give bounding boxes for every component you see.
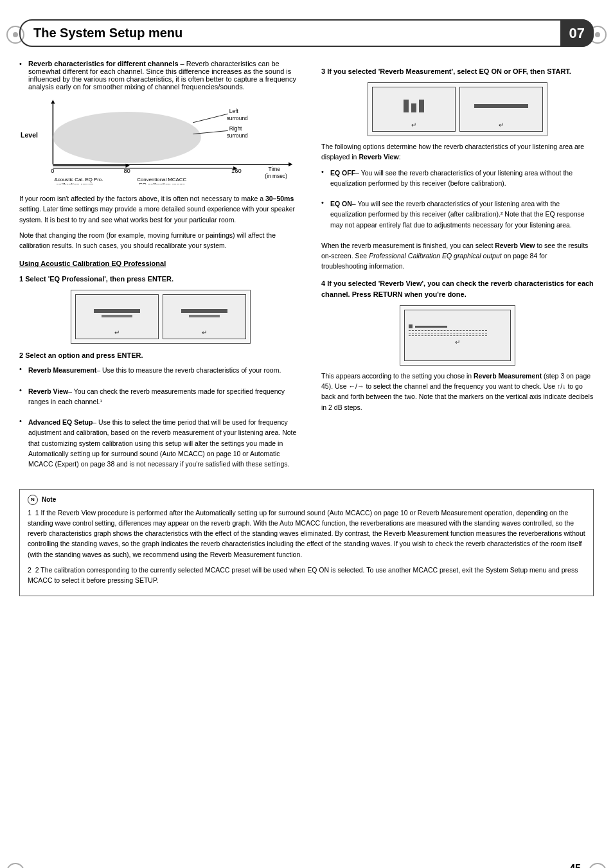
step1-panel-right: ↵ [163, 294, 246, 339]
svg-text:surround: surround [227, 132, 248, 139]
step1-panel-left: ↵ [75, 294, 159, 339]
page-header: The System Setup menu 07 [19, 19, 594, 47]
main-content: • Reverb characteristics for different c… [0, 60, 613, 480]
step3-arrow-right: ↵ [463, 121, 540, 128]
bullet-dot-eq-off: • [321, 168, 326, 194]
reverb-measurement-bullet: • Reverb Measurement– Use this to measur… [19, 365, 302, 380]
step4-bar-row1 [409, 324, 447, 328]
svg-text:calibration range: calibration range [57, 182, 94, 184]
page: The System Setup menu 07 • Reverb charac… [0, 19, 613, 868]
step1-heading: 1 Select 'EQ Professional', then press E… [19, 274, 302, 285]
reverb-measurement-text: Reverb Measurement– Use this to measure … [28, 365, 281, 375]
step3-bar-right [474, 104, 528, 108]
bullet-dot-3: • [19, 386, 24, 412]
step4-dashed1 [409, 330, 487, 331]
step4-lines [409, 324, 506, 336]
chapter-number: 07 [560, 19, 594, 47]
using-acoustic-heading: Using Acoustic Calibration EQ Profession… [19, 260, 302, 267]
reverb-characteristics-title: Reverb characteristics for different cha… [28, 60, 179, 67]
step3-para: The following options determine how the … [321, 141, 594, 163]
step3-bars-row [375, 100, 452, 112]
ui-bar-4 [189, 315, 220, 317]
step1-ui-box: ↵ ↵ [71, 290, 251, 344]
step3-heading: 3 If you selected 'Reverb Measurement', … [321, 66, 594, 77]
corner-decoration-bl [6, 863, 24, 868]
bullet-dot-4: • [19, 417, 24, 474]
step3-panel-right: ↵ [459, 87, 543, 132]
step4-dashed3 [409, 335, 487, 336]
footnote1: 1 1 If the Reverb View procedure is perf… [28, 508, 585, 560]
bullet-dot: • [19, 60, 24, 91]
svg-text:Left: Left [229, 108, 239, 114]
step1-panel-left-inner [78, 297, 155, 329]
ui-bar-3 [181, 309, 227, 313]
step1-arrow-right: ↵ [166, 329, 243, 336]
svg-point-10 [53, 112, 200, 163]
right-column: 3 If you selected 'Reverb Measurement', … [315, 60, 594, 480]
note-section: N Note 1 1 If the Reverb View procedure … [19, 489, 594, 597]
svg-text:Level: Level [21, 132, 38, 139]
step4-bar1 [415, 326, 447, 328]
note-label: Note [42, 495, 56, 504]
step4-arrow: ↵ [455, 339, 460, 346]
page-number: 45 [569, 863, 581, 868]
step3-bar-b [411, 103, 416, 112]
advanced-eq-setup-bullet: • Advanced EQ Setup– Use this to select … [19, 417, 302, 474]
reverb-graph-svg: Level 0 80 160 Time (in msec) Left surro… [19, 97, 302, 184]
step3-panel-left: ↵ [372, 87, 456, 132]
step2-heading: 2 Select an option and press ENTER. [19, 350, 302, 361]
footnote2: 2 2 The calibration corresponding to the… [28, 565, 585, 586]
note-icon: N [28, 495, 38, 505]
step1-panel-right-inner [166, 297, 243, 329]
eq-off-text: EQ OFF– You will see the reverb characte… [330, 168, 594, 189]
left-column: • Reverb characteristics for different c… [19, 60, 315, 480]
step3-bar-c [419, 100, 424, 112]
eq-off-bullet: • EQ OFF– You will see the reverb charac… [321, 168, 594, 194]
eq-on-text: EQ ON– You will see the reverb character… [330, 199, 594, 230]
page-title: The System Setup menu [33, 26, 182, 40]
svg-text:Right: Right [229, 125, 242, 132]
step2-bullets: • Reverb Measurement– Use this to measur… [19, 365, 302, 474]
svg-marker-2 [289, 163, 292, 166]
reverb-view-text: Reverb View– You can check the reverb me… [28, 386, 302, 407]
step4-para: This appears according to the setting yo… [321, 371, 594, 412]
reverb-characteristics-text: Reverb characteristics for different cha… [28, 60, 302, 91]
svg-text:surround: surround [227, 115, 248, 121]
ui-bar-1 [94, 309, 140, 313]
step4-dashed2 [409, 333, 487, 333]
svg-text:(in msec): (in msec) [265, 173, 287, 179]
step4-dot [409, 324, 413, 328]
svg-text:EQ calibration range: EQ calibration range [139, 182, 185, 184]
step3-bar-a [404, 100, 409, 112]
corner-decoration-br [589, 863, 607, 868]
step3-arrow-left: ↵ [375, 121, 452, 128]
svg-line-11 [193, 114, 227, 123]
step3-ui-box: ↵ ↵ [368, 82, 547, 136]
svg-text:Time: Time [269, 166, 281, 172]
step3-para2: When the reverb measurement is finished,… [321, 240, 594, 272]
step3-panel-right-inner [463, 90, 540, 121]
bullet-dot-eq-on: • [321, 199, 326, 235]
step3-panel-left-inner [375, 90, 452, 121]
step4-panel: ↵ [404, 310, 511, 361]
reverb-graph: Level 0 80 160 Time (in msec) Left surro… [19, 97, 302, 187]
reverb-view-bullet: • Reverb View– You can check the reverb … [19, 386, 302, 412]
svg-marker-3 [51, 100, 55, 103]
para1: If your room isn't affected by the facto… [19, 193, 302, 225]
bullet-dot-2: • [19, 365, 24, 380]
eq-on-bullet: • EQ ON– You will see the reverb charact… [321, 199, 594, 235]
para2: Note that changing the room (for example… [19, 230, 302, 251]
note-header: N Note [28, 495, 585, 505]
advanced-eq-setup-text: Advanced EQ Setup– Use this to select th… [28, 417, 302, 469]
reverb-view-label: Reverb View [359, 153, 398, 161]
step1-arrow-left: ↵ [78, 329, 155, 336]
ui-bar-2 [102, 315, 132, 317]
reverb-characteristics-bullet: • Reverb characteristics for different c… [19, 60, 302, 91]
step4-heading: 4 If you selected 'Reverb View', you can… [321, 278, 594, 300]
step4-ui-box: ↵ [400, 305, 515, 366]
